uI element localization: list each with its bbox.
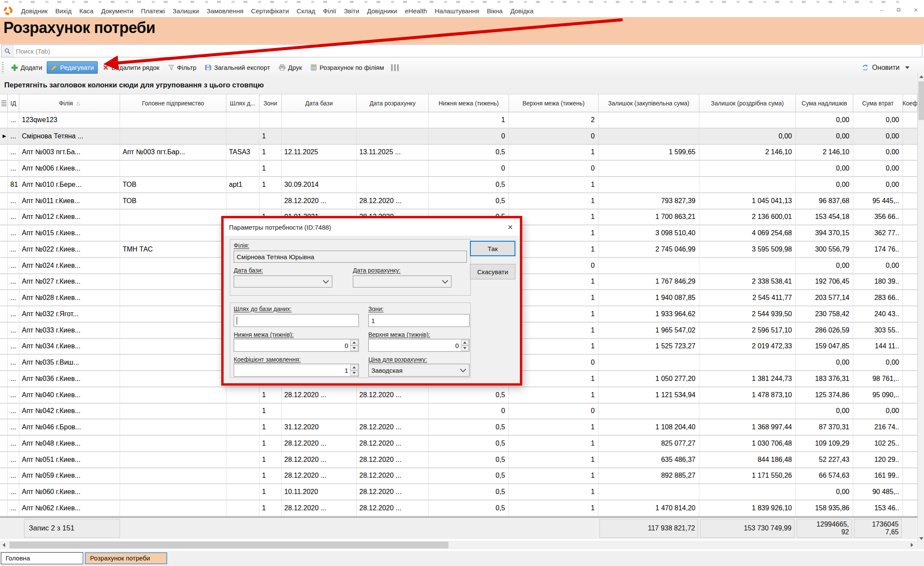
column-header-id[interactable]: ІД: [8, 94, 19, 112]
columns-icon[interactable]: [391, 64, 399, 71]
column-header-surplus[interactable]: Сума надлишків: [796, 94, 853, 112]
column-header-zone[interactable]: Зони: [259, 94, 282, 112]
table-cell-retail: [699, 112, 796, 128]
table-cell-sel: [0, 484, 8, 500]
doc-tab-home[interactable]: Головна: [1, 552, 83, 564]
menu-item[interactable]: Довідка: [506, 6, 537, 16]
menu-item[interactable]: Платежі: [137, 6, 169, 16]
menu-item[interactable]: Залишки: [169, 6, 203, 16]
column-header-main[interactable]: Головне підприемство: [120, 94, 226, 112]
table-row[interactable]: ...Апт №006 г.Киев...1000,000,00: [0, 161, 918, 177]
cancel-button[interactable]: Скасувати: [470, 264, 515, 279]
table-cell-retail: 1 839 926,10: [699, 500, 796, 516]
table-row[interactable]: 81Апт №010 г.Бере...ТОВapt1130.09.20140,…: [0, 177, 918, 193]
table-cell-id: ...: [8, 193, 19, 209]
table-cell-upper: 0: [509, 161, 599, 176]
menu-item[interactable]: Вікна: [483, 6, 507, 16]
column-header-sel[interactable]: [0, 94, 8, 112]
printer-icon: [279, 64, 286, 71]
table-cell-lower: 0: [429, 404, 509, 419]
filia-field[interactable]: Смірнова Тетяна Юрьівна: [234, 251, 467, 263]
column-header-retail[interactable]: Залишок (роздрібна сума): [699, 94, 796, 112]
column-header-filia[interactable]: Філія△: [19, 94, 120, 112]
column-header-path[interactable]: Шлях д...: [226, 94, 259, 112]
ok-button[interactable]: Так: [470, 241, 515, 256]
column-header-date_calc[interactable]: Дата розрахунку: [357, 94, 429, 112]
table-row[interactable]: ...Апт №048 г.Киев...128.12.2020 ...28.1…: [0, 436, 918, 452]
table-row[interactable]: ...Апт №011 г.Киев...ТОВ28.12.2020 ...28…: [0, 193, 918, 210]
date-calc-combobox[interactable]: [353, 276, 451, 287]
table-cell-filia: 123qwe123: [19, 112, 120, 128]
table-cell-surplus: 0,00: [796, 258, 853, 273]
horizontal-scroll-thumb[interactable]: [9, 542, 448, 548]
menu-item[interactable]: Звіти: [340, 6, 363, 16]
sort-asc-icon: △: [76, 100, 80, 106]
table-cell-zone: 1: [259, 129, 282, 144]
refresh-dropdown-caret[interactable]: [905, 66, 909, 69]
menu-item[interactable]: Документи: [97, 6, 137, 16]
menu-item[interactable]: Філії: [319, 6, 340, 16]
search-input[interactable]: [13, 47, 922, 55]
table-row[interactable]: ...Апт №042 г.Киев...1000,000,00: [0, 404, 918, 420]
dialog-close-icon[interactable]: ✕: [505, 222, 515, 232]
menu-item[interactable]: eHealth: [401, 6, 431, 16]
export-button[interactable]: Загальний експорт: [201, 61, 274, 74]
spinner-buttons[interactable]: [461, 340, 469, 351]
table-cell-zone: 1: [259, 500, 282, 516]
column-header-purchase[interactable]: Залишок (закупівельна сума): [599, 94, 699, 112]
menu-item[interactable]: Сертифікати: [247, 6, 293, 16]
column-header-upper[interactable]: Верхня межа (тижень): [509, 94, 599, 112]
table-cell-zone: 1: [259, 484, 282, 500]
date-calc-label: Дата розрахунку:: [353, 267, 400, 274]
restore-button[interactable]: ⧉: [893, 5, 904, 15]
table-row[interactable]: ...123qwe123120,000,00: [0, 112, 918, 129]
filter-button[interactable]: Фільтр: [164, 61, 200, 74]
table-row[interactable]: ...Апт №051 г.Киев...128.12.2020 ...28.1…: [0, 452, 918, 468]
refresh-button[interactable]: Оновити: [861, 64, 909, 72]
column-header-coef[interactable]: Коеф: [903, 94, 918, 112]
doc-tab-calculation[interactable]: Розрахунок потреби: [85, 552, 167, 564]
table-cell-loss: 362 77..: [853, 225, 903, 241]
menu-item[interactable]: Замовлення: [203, 6, 247, 16]
column-header-lower[interactable]: Нижня межа (тижень): [429, 94, 509, 112]
table-row[interactable]: ...Апт №059 г.Киев...128.12.2020 ...28.1…: [0, 468, 918, 485]
column-header-date_base[interactable]: Дата бази: [282, 94, 357, 112]
add-button[interactable]: Додати: [7, 61, 46, 74]
date-base-combobox[interactable]: [234, 276, 332, 287]
close-button[interactable]: ✕: [910, 5, 921, 15]
menu-item[interactable]: Вихід: [51, 6, 75, 16]
db-path-input[interactable]: [234, 314, 359, 327]
minimize-button[interactable]: –: [876, 5, 887, 15]
calc-by-branches-button[interactable]: Розрахунок по філіям: [307, 61, 388, 74]
vertical-scroll-thumb[interactable]: [918, 81, 924, 120]
menu-item[interactable]: Довідник: [17, 6, 51, 16]
table-cell-upper: 1: [509, 193, 599, 209]
column-header-loss[interactable]: Сума втрат: [853, 94, 903, 112]
scroll-left-icon[interactable]: [0, 541, 8, 549]
horizontal-scrollbar[interactable]: [0, 541, 924, 549]
table-row[interactable]: ▶...Смірнова Тетяна ...1000,000,000,00: [0, 129, 918, 145]
vertical-scrollbar[interactable]: [918, 73, 924, 542]
print-button[interactable]: Друк: [275, 61, 306, 74]
table-row[interactable]: ...Апт №062 г.Киев...128.12.2020 ...28.1…: [0, 500, 918, 517]
spinner-buttons[interactable]: [350, 365, 358, 376]
spinner-buttons[interactable]: [350, 340, 358, 351]
scroll-right-icon[interactable]: [908, 541, 916, 549]
menu-item[interactable]: Довідники: [363, 6, 401, 16]
menu-item[interactable]: Склад: [293, 6, 319, 16]
edit-button[interactable]: Редагувати: [47, 61, 98, 74]
zones-input[interactable]: 1: [368, 314, 470, 327]
table-row[interactable]: ...Апт №040 г.Киев...128.12.2020 ...28.1…: [0, 387, 918, 404]
menu-item[interactable]: Налаштування: [431, 6, 483, 16]
table-row[interactable]: ...Апт №060 г.Киев...110.11.202028.12.20…: [0, 484, 918, 500]
delete-row-button[interactable]: Видалити рядок: [99, 61, 163, 74]
table-row[interactable]: ...Апт №003 пгт.Ба...Апт №003 пгт.Бар...…: [0, 145, 918, 161]
table-row[interactable]: ...Апт №046 г.Бров...131.12.202028.12.20…: [0, 419, 918, 436]
order-coef-stepper[interactable]: 1: [234, 364, 359, 377]
scroll-up-icon[interactable]: [918, 73, 924, 81]
upper-limit-stepper[interactable]: 0: [368, 339, 470, 352]
scroll-down-icon[interactable]: [918, 535, 924, 542]
lower-limit-stepper[interactable]: 0: [234, 339, 359, 352]
menu-item[interactable]: Каса: [75, 6, 97, 16]
calc-price-combobox[interactable]: Заводская: [368, 364, 470, 377]
